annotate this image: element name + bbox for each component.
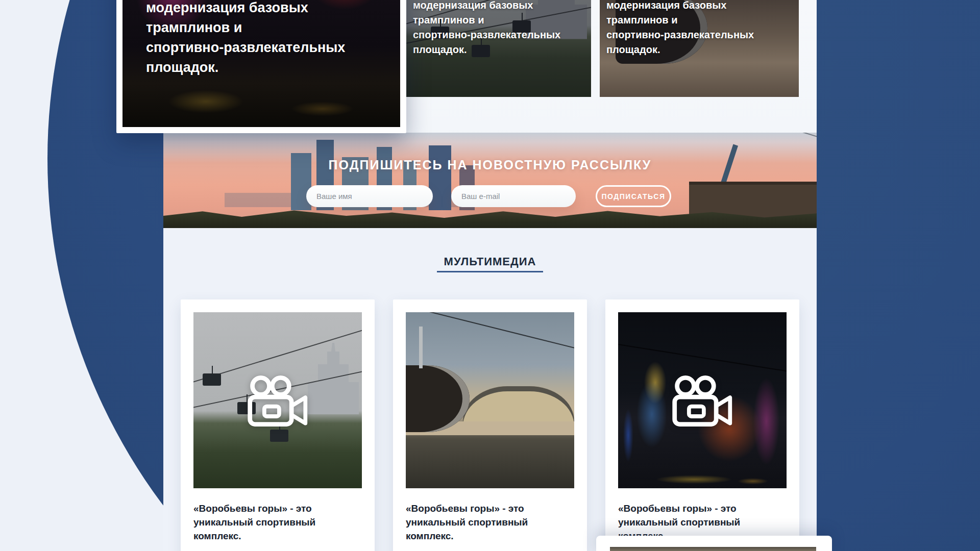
news-line: спортивно-развлекательных bbox=[606, 28, 754, 42]
newsletter-banner: ПОДПИШИТЕСЬ НА НОВОСТНУЮ РАССЫЛКУ ПОДПИС… bbox=[163, 133, 817, 228]
stadium-silhouette bbox=[463, 386, 574, 425]
subscribe-button[interactable]: ПОДПИСАТЬСЯ bbox=[596, 185, 671, 207]
news-line: спортивно-развлекательных bbox=[146, 38, 345, 58]
news-line: модернизация базовых bbox=[606, 0, 754, 13]
newsletter-form: ПОДПИСАТЬСЯ bbox=[163, 185, 817, 207]
news-excerpt: модернизация базовых трамплинов и спорти… bbox=[606, 0, 754, 57]
caption-line: «Воробьевы горы» - это bbox=[618, 502, 740, 515]
video-camera-icon bbox=[670, 373, 735, 427]
multimedia-heading: МУЛЬТИМЕДИА bbox=[163, 255, 817, 268]
multimedia-card-2[interactable]: «Воробьевы горы» - это уникальный спорти… bbox=[393, 299, 587, 551]
news-photo-interior: модернизация базовых трамплинов и спорти… bbox=[600, 0, 799, 97]
news-excerpt: модернизация базовых трамплинов и спорти… bbox=[413, 0, 560, 57]
news-card-2[interactable]: модернизация базовых трамплинов и спорти… bbox=[406, 0, 591, 97]
subscribe-button-label: ПОДПИСАТЬСЯ bbox=[602, 192, 666, 201]
newsletter-title: ПОДПИШИТЕСЬ НА НОВОСТНУЮ РАССЫЛКУ bbox=[163, 158, 817, 172]
building-silhouette bbox=[308, 343, 359, 414]
news-card-featured[interactable]: модернизация базовых трамплинов и спорти… bbox=[116, 0, 406, 133]
video-popup-thumbnail bbox=[610, 547, 816, 551]
multimedia-card-3[interactable]: «Воробьевы горы» - это уникальный спорти… bbox=[605, 299, 799, 551]
caption-line: «Воробьевы горы» - это bbox=[406, 502, 528, 515]
heading-underline bbox=[437, 271, 543, 272]
news-line: модернизация базовых bbox=[146, 0, 345, 18]
news-line: трамплинов и bbox=[606, 13, 754, 28]
cable-line bbox=[474, 133, 817, 147]
caption-line: комплекс. bbox=[406, 529, 528, 543]
news-line: площадок. bbox=[413, 42, 560, 57]
news-line: площадок. bbox=[606, 42, 754, 57]
multimedia-caption: «Воробьевы горы» - это уникальный спорти… bbox=[406, 502, 528, 543]
caption-line: уникальный спортивный bbox=[406, 515, 528, 529]
caption-line: уникальный спортивный bbox=[193, 515, 315, 529]
name-input[interactable] bbox=[306, 185, 433, 207]
news-line: площадок. bbox=[146, 58, 345, 78]
news-photo-night: модернизация базовых трамплинов и спорти… bbox=[122, 0, 400, 127]
news-card-3[interactable]: модернизация базовых трамплинов и спорти… bbox=[600, 0, 799, 97]
gondola-cabin bbox=[270, 430, 288, 442]
multimedia-caption: «Воробьевы горы» - это уникальный спорти… bbox=[193, 502, 315, 543]
content-column: модернизация базовых трамплинов и спорти… bbox=[163, 0, 817, 551]
multimedia-card-1[interactable]: «Воробьевы горы» - это уникальный спорти… bbox=[181, 299, 375, 551]
multimedia-photo-gondola-stadium[interactable] bbox=[406, 312, 574, 488]
caption-line: комплекс. bbox=[193, 529, 315, 543]
multimedia-photo-cablecars[interactable] bbox=[193, 312, 362, 488]
news-line: трамплинов и bbox=[413, 13, 560, 28]
news-photo-cablecars: модернизация базовых трамплинов и спорти… bbox=[406, 0, 591, 97]
news-line: модернизация базовых bbox=[413, 0, 560, 13]
email-input[interactable] bbox=[451, 185, 576, 207]
gondola-arm bbox=[419, 327, 423, 369]
video-camera-icon bbox=[245, 373, 310, 427]
cable-line bbox=[406, 312, 574, 364]
caption-line: «Воробьевы горы» - это bbox=[193, 502, 315, 515]
video-popup[interactable] bbox=[596, 536, 832, 551]
news-line: трамплинов и bbox=[146, 18, 345, 38]
news-line: спортивно-развлекательных bbox=[413, 28, 560, 42]
news-excerpt: модернизация базовых трамплинов и спорти… bbox=[146, 0, 345, 78]
caption-line: уникальный спортивный bbox=[618, 515, 740, 529]
multimedia-photo-night-lights[interactable] bbox=[618, 312, 787, 488]
cable-line bbox=[469, 133, 817, 139]
gondola-cabin bbox=[203, 373, 221, 386]
